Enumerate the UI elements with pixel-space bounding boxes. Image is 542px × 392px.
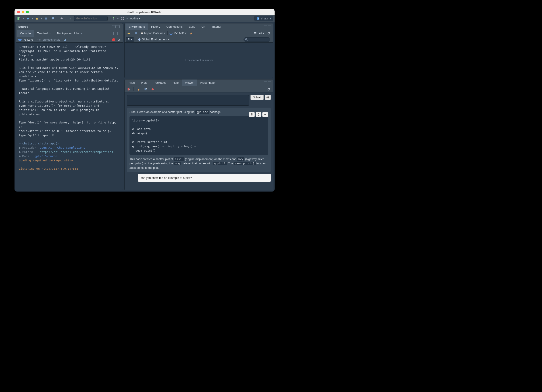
environment-empty-message: Environment is empty: [125, 43, 273, 78]
svg-rect-3: [45, 17, 47, 19]
addins-menu[interactable]: Addins ▾: [129, 17, 142, 20]
svg-point-2: [27, 17, 29, 19]
tab-terminal[interactable]: Terminal ×: [34, 30, 54, 37]
plus-icon: [264, 113, 266, 116]
load-workspace-button[interactable]: [126, 31, 132, 36]
tab-tutorial[interactable]: Tutorial: [208, 23, 224, 30]
goto-file-input[interactable]: [74, 16, 108, 21]
main-toolbar: + ▾ ▾ ▾ ▾ ▾: [15, 15, 275, 22]
import-dataset-button[interactable]: Import Dataset ▾: [140, 32, 166, 35]
open-file-button[interactable]: [34, 16, 40, 21]
svg-point-26: [267, 97, 268, 98]
copy-icon: [250, 113, 253, 116]
clear-viewer-button[interactable]: [136, 87, 141, 92]
remove-viewer-button[interactable]: ×: [126, 87, 132, 92]
r-logo-icon: [18, 38, 22, 41]
source-pane-header: Source: [16, 23, 123, 30]
tab-background-jobs[interactable]: Background Jobs ×: [54, 30, 85, 37]
left-pane: Source Console Terminal × Backgro: [16, 23, 123, 190]
viewer-tabs: Files Plots Packages Help Viewer Present…: [125, 79, 273, 86]
svg-rect-29: [258, 113, 259, 115]
export-viewer-button[interactable]: [143, 87, 148, 92]
chat-input[interactable]: [127, 95, 249, 106]
svg-point-15: [18, 39, 22, 41]
new-file-button[interactable]: +: [16, 16, 22, 21]
console-tabs: Console Terminal × Background Jobs ×: [16, 30, 123, 37]
tab-viewer[interactable]: Viewer: [182, 79, 197, 86]
tab-packages[interactable]: Packages: [151, 79, 169, 86]
refresh-viewer-button[interactable]: [266, 87, 272, 92]
project-name: chattr: [261, 17, 268, 20]
svg-rect-18: [141, 32, 143, 33]
stop-viewer-button[interactable]: [150, 87, 156, 92]
minimize-pane-icon[interactable]: [264, 81, 267, 84]
refresh-button[interactable]: [266, 31, 272, 36]
tools-button[interactable]: [110, 16, 116, 21]
close-icon[interactable]: ×: [49, 32, 51, 35]
print-button[interactable]: [59, 16, 65, 21]
language-selector[interactable]: R ▾: [126, 37, 134, 42]
close-icon[interactable]: ×: [81, 32, 82, 35]
tab-help[interactable]: Help: [169, 79, 182, 86]
tab-presentation[interactable]: Presentation: [197, 79, 219, 86]
svg-text:+: +: [19, 17, 20, 19]
addins-label: Addins: [130, 17, 138, 20]
share-icon[interactable]: [63, 38, 66, 41]
svg-rect-12: [123, 19, 124, 19]
tab-connections[interactable]: Connections: [163, 23, 185, 30]
clear-console-button[interactable]: [117, 38, 121, 41]
rstudio-window: chattr - updates - RStudio + ▾ ▾ ▾: [15, 9, 275, 191]
tab-files[interactable]: Files: [125, 79, 138, 86]
save-button[interactable]: [43, 16, 49, 21]
submit-button[interactable]: Submit: [250, 95, 264, 100]
svg-rect-24: [145, 88, 147, 90]
maximize-pane-icon[interactable]: [268, 81, 271, 84]
svg-text:R: R: [258, 18, 259, 20]
document-icon: [257, 113, 260, 116]
insert-code-button[interactable]: [262, 112, 268, 117]
env-tabs: Environment History Connections Build Gi…: [125, 23, 273, 30]
save-all-button[interactable]: [50, 16, 56, 21]
console-path-bar: R 4.3.0 · ~/r_projects/chattr/: [16, 37, 123, 43]
project-switcher[interactable]: R chattr ▾: [255, 16, 273, 21]
memory-usage[interactable]: 256 MiB ▾: [169, 32, 187, 35]
grid-button[interactable]: [120, 16, 125, 21]
tab-history[interactable]: History: [148, 23, 163, 30]
stop-button[interactable]: [112, 38, 115, 41]
svg-rect-8: [113, 19, 114, 19]
clear-workspace-button[interactable]: [188, 31, 194, 36]
viewer-pane: Files Plots Packages Help Viewer Present…: [124, 79, 273, 190]
settings-button[interactable]: [265, 95, 271, 100]
save-workspace-button[interactable]: [133, 31, 139, 36]
new-project-button[interactable]: [25, 16, 31, 21]
minimize-pane-icon[interactable]: [114, 32, 117, 35]
tab-git[interactable]: Git: [198, 23, 208, 30]
minimize-pane-icon[interactable]: [264, 25, 267, 28]
go-back-button[interactable]: [67, 16, 73, 21]
maximize-pane-icon[interactable]: [268, 25, 271, 28]
svg-point-21: [246, 38, 247, 40]
maximize-pane-icon[interactable]: [116, 25, 120, 28]
inline-code: ggplot2: [195, 110, 209, 114]
minimize-pane-icon[interactable]: [112, 25, 116, 28]
new-doc-button[interactable]: [256, 112, 261, 117]
tab-console[interactable]: Console: [17, 30, 34, 37]
tab-plots[interactable]: Plots: [138, 79, 151, 86]
titlebar: chattr - updates - RStudio: [15, 9, 275, 15]
maximize-pane-icon[interactable]: [117, 32, 121, 35]
svg-rect-5: [52, 17, 54, 19]
copy-code-button[interactable]: [249, 112, 255, 117]
code-block[interactable]: library(ggplot2) # Load data data(mpg) #…: [130, 116, 268, 155]
environment-pane: Environment History Connections Build Gi…: [124, 23, 273, 78]
assistant-message: Sure! Here's an example of a scatter plo…: [127, 108, 271, 172]
tab-environment[interactable]: Environment: [125, 23, 148, 30]
user-message: can you show me an example of a plot?: [138, 174, 271, 182]
tab-build[interactable]: Build: [186, 23, 198, 30]
environment-scope[interactable]: Global Environment ▾: [138, 38, 170, 41]
viewer-content: Submit Sure! Here's an example of a scat…: [125, 93, 273, 190]
console-output[interactable]: R version 4.3.0 (2023-04-21) -- "Already…: [16, 43, 123, 190]
svg-rect-9: [121, 17, 122, 18]
list-view-button[interactable]: List ▾: [254, 32, 265, 35]
svg-rect-11: [121, 19, 122, 19]
environment-search-input[interactable]: [244, 37, 270, 42]
